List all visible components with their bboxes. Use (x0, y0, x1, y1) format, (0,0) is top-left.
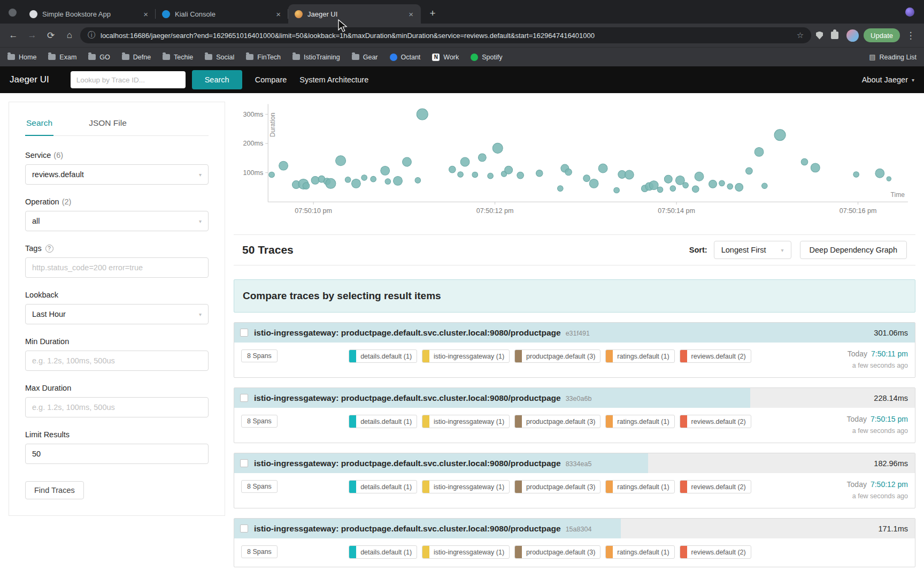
back-button[interactable]: ← (5, 27, 21, 43)
scatter-point[interactable] (583, 175, 590, 182)
trace-result-card[interactable]: istio-ingressgateway: productpage.defaul… (234, 518, 915, 567)
duration-scatter-chart[interactable]: 100ms200ms300ms07:50:10 pm07:50:12 pm07:… (234, 102, 915, 230)
lookback-select[interactable]: Last Hour ▾ (25, 304, 209, 324)
trace-result-card[interactable]: istio-ingressgateway: productpage.defaul… (234, 322, 915, 378)
site-info-icon[interactable]: ⓘ (88, 31, 95, 40)
scatter-point[interactable] (385, 179, 391, 185)
tab-json-file[interactable]: JSON File (88, 112, 128, 135)
scatter-point[interactable] (415, 178, 421, 184)
scatter-point[interactable] (279, 161, 288, 170)
profile-avatar[interactable] (846, 29, 859, 42)
scatter-point[interactable] (754, 147, 764, 156)
scatter-point[interactable] (361, 175, 367, 181)
bookmark-octant[interactable]: Octant (390, 54, 421, 61)
trace-select-checkbox[interactable] (240, 459, 248, 467)
scatter-point[interactable] (371, 176, 376, 182)
trace-select-checkbox[interactable] (240, 329, 248, 337)
sort-select[interactable]: Longest First ▾ (714, 241, 791, 259)
scatter-point[interactable] (598, 164, 607, 173)
scatter-point[interactable] (536, 170, 543, 177)
home-button[interactable]: ⌂ (61, 27, 78, 43)
scatter-point[interactable] (488, 173, 494, 179)
max-duration-input[interactable] (25, 397, 209, 417)
min-duration-input[interactable] (25, 351, 209, 371)
trace-time-link[interactable]: 7:50:15 pm (871, 415, 908, 423)
scatter-point[interactable] (727, 184, 733, 189)
scatter-point[interactable] (345, 177, 351, 182)
scatter-point[interactable] (683, 182, 689, 188)
scatter-point[interactable] (311, 176, 319, 184)
scatter-point[interactable] (649, 181, 658, 190)
tab-close-icon[interactable]: × (275, 10, 282, 19)
scatter-point[interactable] (381, 166, 390, 175)
bookmark-social[interactable]: Social (205, 54, 234, 61)
browser-tab-jaeger[interactable]: Jaeger UI × (288, 4, 421, 24)
scatter-point[interactable] (336, 156, 346, 166)
shield-icon[interactable] (816, 32, 823, 40)
bookmark-gear[interactable]: Gear (352, 54, 378, 61)
extensions-icon[interactable] (831, 32, 838, 39)
scatter-point[interactable] (565, 169, 572, 176)
scatter-point[interactable] (719, 180, 725, 186)
scatter-point[interactable] (417, 109, 428, 120)
trace-time-link[interactable]: 7:50:11 pm (871, 349, 908, 358)
nav-system-architecture-link[interactable]: System Architecture (299, 75, 368, 84)
scatter-point[interactable] (709, 180, 717, 188)
bookmark-fintech[interactable]: FinTech (246, 54, 281, 61)
limit-results-input[interactable] (25, 444, 209, 464)
scatter-point[interactable] (887, 177, 891, 181)
bookmark-techie[interactable]: Techie (163, 54, 193, 61)
tab-search-icon[interactable] (905, 7, 914, 17)
tags-help-icon[interactable]: ? (45, 245, 53, 253)
scatter-point[interactable] (394, 176, 403, 185)
scatter-point[interactable] (761, 183, 767, 189)
scatter-point[interactable] (811, 163, 820, 172)
scatter-point[interactable] (875, 169, 884, 178)
scatter-point[interactable] (303, 182, 310, 189)
tab-close-icon[interactable]: × (407, 10, 414, 19)
reload-button[interactable]: ⟳ (43, 27, 59, 43)
trace-id-lookup-input[interactable] (71, 71, 186, 88)
scatter-point[interactable] (774, 130, 786, 141)
scatter-point[interactable] (670, 186, 676, 192)
bookmark-go[interactable]: GO (88, 54, 110, 61)
scatter-point[interactable] (657, 187, 663, 193)
forward-button[interactable]: → (24, 27, 40, 43)
browser-tab-kiali[interactable]: Kiali Console × (156, 4, 288, 24)
operation-select[interactable]: all ▾ (25, 211, 209, 231)
scatter-point[interactable] (403, 157, 412, 166)
scatter-point[interactable] (853, 172, 859, 178)
scatter-point[interactable] (449, 166, 456, 173)
scatter-point[interactable] (746, 168, 753, 174)
browser-tab-bookstore[interactable]: Simple Bookstore App × (23, 4, 156, 24)
scatter-point[interactable] (517, 172, 524, 179)
scatter-point[interactable] (351, 179, 360, 188)
nav-compare-link[interactable]: Compare (255, 75, 287, 84)
scatter-point[interactable] (695, 172, 704, 181)
address-bar[interactable]: ⓘ localhost:16686/jaeger/search?end=1629… (80, 27, 811, 43)
bookmark-work[interactable]: Work (432, 54, 459, 61)
window-control-dot[interactable] (9, 9, 17, 17)
new-tab-button[interactable]: + (425, 6, 440, 21)
scatter-point[interactable] (625, 170, 634, 179)
service-select[interactable]: reviews.default ▾ (25, 164, 209, 185)
scatter-point[interactable] (614, 187, 620, 193)
tab-search[interactable]: Search (25, 112, 53, 136)
scatter-point[interactable] (735, 184, 743, 192)
trace-result-card[interactable]: istio-ingressgateway: productpage.defaul… (234, 453, 915, 508)
trace-select-checkbox[interactable] (240, 394, 248, 402)
scatter-point[interactable] (492, 143, 503, 153)
scatter-point[interactable] (664, 175, 672, 183)
scatter-point[interactable] (472, 172, 478, 178)
bookmark-spotify[interactable]: Spotify (471, 54, 502, 61)
trace-select-checkbox[interactable] (240, 524, 248, 533)
bookmark-defne[interactable]: Defne (122, 54, 151, 61)
bookmark-exam[interactable]: Exam (48, 54, 76, 61)
reading-list-button[interactable]: ▤ Reading List (869, 53, 917, 61)
browser-menu-icon[interactable]: ⋮ (903, 27, 919, 43)
scatter-point[interactable] (692, 186, 699, 193)
bookmark-home[interactable]: Home (7, 54, 36, 61)
find-traces-button[interactable]: Find Traces (25, 481, 84, 499)
scatter-point[interactable] (460, 157, 469, 166)
scatter-point[interactable] (505, 166, 513, 174)
